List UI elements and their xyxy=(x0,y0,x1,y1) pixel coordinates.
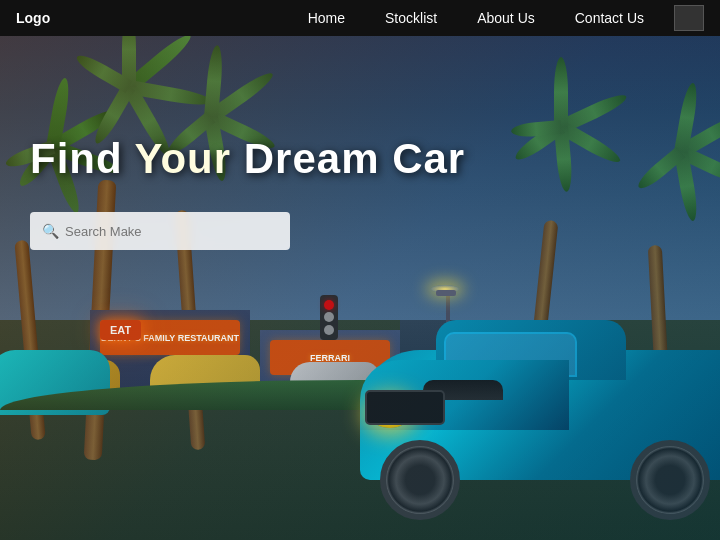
search-icon: 🔍 xyxy=(42,223,59,239)
nav-about[interactable]: About Us xyxy=(457,0,555,36)
nav-stocklist[interactable]: Stocklist xyxy=(365,0,457,36)
nav-logo[interactable]: Logo xyxy=(16,10,50,26)
nav-home[interactable]: Home xyxy=(288,0,365,36)
navbar: Logo Home Stocklist About Us Contact Us xyxy=(0,0,720,36)
nav-contact[interactable]: Contact Us xyxy=(555,0,664,36)
search-input[interactable] xyxy=(65,224,278,239)
hero-section: DENNY'S FAMILY RESTAURANT FERRARI EAT xyxy=(0,0,720,540)
nav-cta-button[interactable] xyxy=(674,5,704,31)
search-bar[interactable]: 🔍 xyxy=(30,212,290,250)
hero-title: Find Your Dream Car xyxy=(30,136,690,182)
hero-content: Find Your Dream Car 🔍 xyxy=(0,36,720,540)
nav-links: Home Stocklist About Us Contact Us xyxy=(288,0,704,36)
